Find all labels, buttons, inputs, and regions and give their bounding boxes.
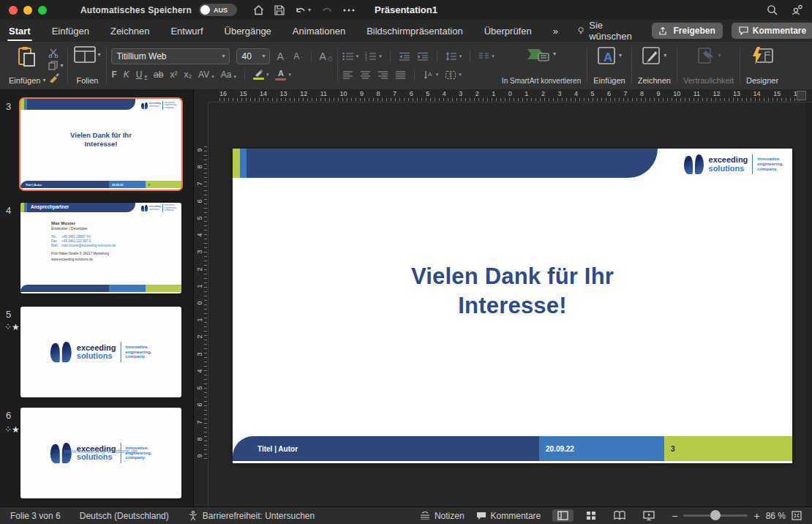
autosave-toggle[interactable]: AUS — [199, 4, 237, 16]
zoom-window-button[interactable] — [38, 6, 47, 15]
font-color-button[interactable]: A ▾ — [275, 69, 291, 81]
decrease-indent-button[interactable] — [399, 52, 410, 61]
horizontal-ruler[interactable]: 1615141312111098765432101234567891011121… — [208, 89, 812, 102]
minimize-window-button[interactable] — [23, 6, 32, 15]
zoom-in-button[interactable]: + — [753, 510, 759, 522]
chevron-down-icon[interactable]: ▾ — [42, 78, 45, 83]
slide-thumbnail-5[interactable]: exceedingsolutions innovative.engineerin… — [20, 307, 181, 397]
close-window-button[interactable] — [9, 6, 18, 15]
contact-block: Max Muster Entwickler | Developer Tel.:+… — [51, 221, 116, 261]
strikethrough-button[interactable]: ab — [154, 70, 163, 80]
italic-button[interactable]: K — [124, 70, 129, 80]
smartart-group[interactable]: ▾ In SmartArt konvertieren — [497, 45, 585, 86]
reading-view-button[interactable] — [609, 509, 631, 522]
tab-ueberpruefen[interactable]: Überprüfen — [483, 23, 533, 40]
insert-textbox-group[interactable]: A ▾ Einfügen — [589, 45, 629, 86]
increase-indent-button[interactable] — [417, 52, 429, 61]
text-direction-button[interactable]: A ▾ — [423, 70, 439, 80]
copy-button[interactable]: ▾ — [48, 61, 63, 70]
vertical-ruler[interactable]: 9876543210123456789 — [194, 102, 208, 506]
subscript-button[interactable]: x₂ — [184, 70, 192, 80]
tab-entwurf[interactable]: Entwurf — [169, 23, 204, 40]
tab-start[interactable]: Start — [7, 23, 32, 40]
autosave-label: Automatisches Speichern — [80, 5, 192, 15]
tab-animationen[interactable]: Animationen — [291, 23, 347, 40]
share-user-icon[interactable] — [791, 4, 803, 15]
tell-me-control[interactable]: Sie wünschen — [578, 20, 634, 42]
slide-canvas[interactable]: exceedingsolutions innovative.engineerin… — [233, 149, 792, 463]
accessibility-checker[interactable]: Barrierefreiheit: Untersuchen — [188, 511, 315, 521]
more-commands-icon[interactable] — [343, 9, 355, 12]
align-center-button[interactable] — [360, 71, 371, 79]
slide-thumbnail-3[interactable]: exceedingsolutions innovative.engineerin… — [20, 99, 181, 190]
vertical-scrollbar[interactable] — [805, 102, 812, 506]
fit-slide-to-window-button[interactable] — [792, 511, 802, 520]
footer-date[interactable]: 20.09.22 — [539, 436, 664, 461]
undo-button[interactable]: ▾ — [295, 5, 311, 15]
chevron-down-icon[interactable]: ▾ — [663, 53, 666, 59]
slide-thumbnail-4[interactable]: Ansprechpartner exceedingsolutions innov… — [20, 203, 181, 293]
tab-einfuegen[interactable]: Einfügen — [50, 23, 91, 40]
zoom-slider[interactable] — [683, 514, 748, 517]
zoom-out-button[interactable]: − — [672, 510, 677, 522]
ruler-corner-box — [797, 91, 806, 100]
footer-number[interactable]: 3 — [664, 436, 792, 461]
decrease-font-size-button[interactable]: Aˇ — [293, 51, 302, 61]
slide-sorter-view-button[interactable] — [581, 509, 601, 522]
chevron-down-icon[interactable]: ▾ — [619, 53, 622, 59]
highlight-color-button[interactable]: ▾ — [253, 70, 269, 80]
chevron-down-icon[interactable]: ▾ — [60, 63, 63, 69]
bold-button[interactable]: F — [111, 70, 116, 80]
tab-zeichnen[interactable]: Zeichnen — [109, 23, 151, 40]
superscript-button[interactable]: x² — [170, 70, 177, 80]
comments-button[interactable]: Kommentare — [732, 23, 812, 39]
slide-thumbnail-6[interactable]: exceedingsolutions innovative.engineerin… — [20, 408, 181, 498]
font-name-combo[interactable]: Titillium Web ▾ — [111, 48, 230, 64]
slideshow-view-button[interactable] — [638, 509, 660, 522]
align-left-button[interactable] — [342, 71, 353, 79]
tab-overflow-chevrons[interactable]: » — [552, 23, 560, 40]
vertical-align-button[interactable]: ▾ — [445, 70, 462, 80]
ruler-number: 12 — [713, 90, 721, 97]
notes-toggle[interactable]: Notizen — [420, 511, 465, 521]
home-icon[interactable] — [253, 5, 264, 15]
search-icon[interactable] — [767, 4, 778, 15]
slide-counter[interactable]: Folie 3 von 6 — [10, 511, 61, 521]
format-painter-button[interactable] — [48, 73, 63, 83]
chevron-down-icon[interactable]: ▾ — [553, 51, 556, 57]
designer-group[interactable]: Designer — [742, 45, 783, 86]
clear-formatting-button[interactable]: A◇ — [320, 50, 333, 62]
zoom-level[interactable]: 86 % — [766, 511, 786, 521]
chevron-down-icon[interactable]: ▾ — [308, 7, 311, 13]
numbered-list-button[interactable]: 123 ▾ — [365, 52, 382, 61]
justify-button[interactable] — [395, 71, 406, 79]
share-button[interactable]: Freigeben — [652, 23, 722, 39]
tab-bildschirmpraesentation[interactable]: Bildschirmpräsentation — [365, 23, 465, 40]
tab-uebergaenge[interactable]: Übergänge — [223, 23, 273, 40]
language-status[interactable]: Deutsch (Deutschland) — [80, 511, 169, 521]
save-icon[interactable] — [274, 5, 285, 15]
bullet-list-button[interactable]: ▾ — [342, 52, 359, 61]
cut-button[interactable] — [48, 48, 63, 58]
slides-group[interactable]: ▾ Folien — [69, 45, 105, 86]
comments-toggle[interactable]: Kommentare — [476, 511, 541, 521]
paste-button[interactable]: Einfügen▾ — [9, 46, 45, 85]
font-size-combo[interactable]: 40 ▾ — [236, 48, 270, 64]
ruler-number: 4 — [196, 231, 203, 239]
align-right-button[interactable] — [377, 71, 388, 79]
chevron-down-icon[interactable]: ▾ — [97, 52, 100, 58]
slide-title-text[interactable]: Vielen Dank für Ihr Interesse! — [233, 262, 792, 320]
change-case-button[interactable]: Aa▾ — [221, 70, 236, 80]
footer-author[interactable]: Titel | Autor — [233, 436, 539, 461]
zoom-slider-thumb[interactable] — [710, 510, 721, 520]
columns-button[interactable]: ▾ — [478, 52, 495, 60]
ruler-number: 7 — [196, 179, 203, 188]
underline-button[interactable]: U▾ — [136, 70, 147, 80]
draw-group[interactable]: ▾ Zeichnen — [634, 45, 675, 86]
accent-stripe-blue — [240, 149, 247, 178]
character-spacing-button[interactable]: AV▾ — [198, 70, 214, 80]
normal-view-button[interactable] — [552, 509, 574, 522]
increase-font-size-button[interactable]: Aˆ — [277, 50, 287, 62]
line-spacing-button[interactable]: ▾ — [446, 52, 462, 61]
thumbnail4-header: Ansprechpartner — [27, 203, 135, 212]
